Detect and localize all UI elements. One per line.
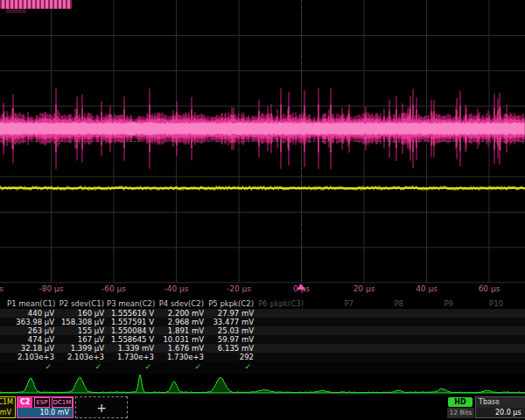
- value-p4: 2.200 mV: [157, 309, 206, 318]
- header-p4[interactable]: P4 sdev(C2): [157, 298, 206, 309]
- time-axis-label: -60 µs: [102, 284, 126, 293]
- timebase-label: Tbase: [476, 397, 525, 408]
- header-p1[interactable]: P1 mean(C1): [7, 298, 57, 309]
- row-mean: 363.98 µV 158.308 µV 1.557591 V 2.968 mV…: [0, 318, 525, 326]
- num-p1: 2.103e+3: [7, 353, 57, 361]
- min-p1: 263 µV: [7, 326, 57, 335]
- num-p2: 2.103e+3: [57, 353, 107, 361]
- sdev-p2: 1.399 µV: [57, 344, 107, 353]
- channel-c1-descriptor[interactable]: C1 DC1M 0 mV: [0, 396, 16, 418]
- measure-header-row: P1 mean(C1) P2 sdev(C1) P3 mean(C2) P4 s…: [0, 298, 525, 309]
- header-p5[interactable]: P5 pkpk(C2): [206, 298, 256, 309]
- num-p3: 1.730e+3: [107, 353, 157, 361]
- time-axis-label: 60 µs: [479, 284, 500, 293]
- mean-p2: 158.308 µV: [57, 318, 107, 326]
- c2-scale: 10.0 mV: [18, 408, 73, 417]
- measurement-table: P1 mean(C1) P2 sdev(C1) P3 mean(C2) P4 s…: [0, 298, 525, 374]
- max-p3: 1.558645 V: [107, 335, 157, 344]
- mean-p5: 33.477 mV: [206, 318, 256, 326]
- sdev-p5: 6.135 mV: [206, 344, 256, 353]
- row-max: 474 µV 167 µV 1.558645 V 10.031 mV 59.97…: [0, 335, 525, 344]
- max-p2: 167 µV: [57, 335, 107, 344]
- sdev-p4: 1.676 mV: [157, 344, 206, 353]
- max-p5: 59.97 mV: [206, 335, 256, 344]
- c1-scale: 0 mV: [0, 408, 15, 417]
- value-p1: 440 µV: [7, 309, 57, 318]
- value-p2: 160 µV: [57, 309, 107, 318]
- mean-p3: 1.557591 V: [107, 318, 157, 326]
- row-sdev: 32.18 µV 1.399 µV 1.339 mV 1.676 mV 6.13…: [0, 344, 525, 353]
- num-p5: 292: [206, 353, 256, 361]
- min-p2: 155 µV: [57, 326, 107, 335]
- header-p9[interactable]: P9: [406, 298, 456, 309]
- max-p4: 10.031 mV: [157, 335, 206, 344]
- time-axis: -100 µs-80 µs-60 µs-40 µs-20 µs0 µs20 µs…: [0, 283, 525, 297]
- time-axis-label: 20 µs: [354, 284, 375, 293]
- value-p3: 1.555616 V: [107, 309, 157, 318]
- time-axis-label: 40 µs: [416, 284, 438, 293]
- header-p3[interactable]: P3 mean(C2): [107, 298, 157, 309]
- histogram-trace[interactable]: [0, 372, 525, 396]
- trigger-position-marker[interactable]: [297, 284, 305, 290]
- waveform-graticule: [0, 0, 525, 284]
- header-p7[interactable]: P7: [306, 298, 356, 309]
- hd-mode-chip[interactable]: HD: [448, 397, 472, 407]
- badge-smudge: [6, 9, 26, 13]
- row-min: 263 µV 155 µV 1.550084 V 1.891 mV 25.03 …: [0, 326, 525, 335]
- mean-p1: 363.98 µV: [7, 318, 57, 326]
- header-p6[interactable]: P6 pkpk(C3): [256, 298, 306, 309]
- min-p4: 1.891 mV: [157, 326, 206, 335]
- header-p11[interactable]: P: [506, 298, 525, 309]
- annotation-badge: [0, 0, 72, 9]
- min-p3: 1.550084 V: [107, 326, 157, 335]
- c2-coupling: DC1M: [52, 397, 74, 408]
- c2-tag-esp: ESP: [34, 397, 49, 408]
- max-p1: 474 µV: [7, 335, 57, 344]
- row-value: 440 µV 160 µV 1.555616 V 2.200 mV 27.97 …: [0, 309, 525, 318]
- mean-p4: 2.968 mV: [157, 318, 206, 326]
- min-p5: 25.03 mV: [206, 326, 256, 335]
- value-p5: 27.97 mV: [206, 309, 256, 318]
- header-p2[interactable]: P2 sdev(C1): [57, 298, 107, 309]
- time-axis-label: -100 µs: [0, 284, 4, 293]
- num-p4: 1.730e+3: [157, 353, 206, 361]
- oscilloscope-screen: -100 µs-80 µs-60 µs-40 µs-20 µs0 µs20 µs…: [0, 0, 525, 420]
- c2-channel-chip: C2: [18, 397, 32, 408]
- time-axis-label: -20 µs: [227, 284, 251, 293]
- add-trace-button[interactable]: +: [75, 396, 128, 418]
- badge-text: [0, 0, 72, 9]
- time-axis-label: -80 µs: [39, 284, 64, 293]
- header-p8[interactable]: P8: [356, 298, 406, 309]
- c1-coupling: C1 DC1M: [0, 397, 15, 408]
- plus-icon: +: [96, 401, 107, 415]
- timebase-descriptor[interactable]: Tbase 20.0 µs: [475, 396, 525, 418]
- hd-bits-label: 12 Bits: [447, 408, 474, 418]
- time-axis-label: -40 µs: [164, 284, 189, 293]
- channel-c2-descriptor[interactable]: C2 ESP DC1M 10.0 mV: [17, 396, 74, 418]
- waveform-plot-area[interactable]: [0, 0, 525, 284]
- sdev-p3: 1.339 mV: [107, 344, 157, 353]
- sdev-p1: 32.18 µV: [7, 344, 57, 353]
- row-num: 2.103e+3 2.103e+3 1.730e+3 1.730e+3 292: [0, 353, 525, 361]
- header-p10[interactable]: P10: [456, 298, 506, 309]
- timebase-scale: 20.0 µs: [476, 408, 525, 417]
